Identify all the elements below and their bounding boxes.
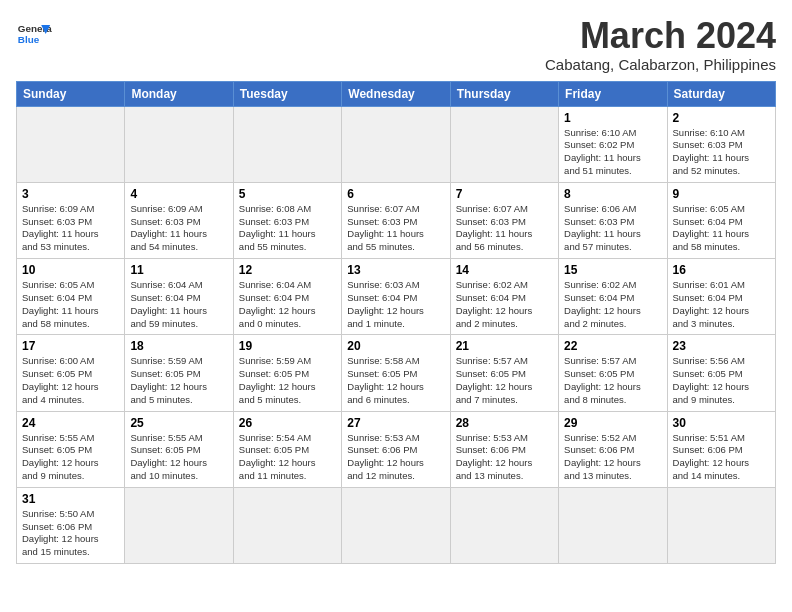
day-cell: 31Sunrise: 5:50 AM Sunset: 6:06 PM Dayli… [17, 487, 125, 563]
day-cell: 25Sunrise: 5:55 AM Sunset: 6:05 PM Dayli… [125, 411, 233, 487]
day-info: Sunrise: 5:50 AM Sunset: 6:06 PM Dayligh… [22, 508, 119, 559]
day-cell: 10Sunrise: 6:05 AM Sunset: 6:04 PM Dayli… [17, 259, 125, 335]
title-block: March 2024 Cabatang, Calabarzon, Philipp… [545, 16, 776, 73]
day-cell: 18Sunrise: 5:59 AM Sunset: 6:05 PM Dayli… [125, 335, 233, 411]
day-number: 23 [673, 339, 770, 353]
day-cell [342, 106, 450, 182]
day-number: 10 [22, 263, 119, 277]
day-info: Sunrise: 5:59 AM Sunset: 6:05 PM Dayligh… [130, 355, 227, 406]
day-number: 15 [564, 263, 661, 277]
week-row-0: 1Sunrise: 6:10 AM Sunset: 6:02 PM Daylig… [17, 106, 776, 182]
day-number: 4 [130, 187, 227, 201]
day-info: Sunrise: 6:10 AM Sunset: 6:02 PM Dayligh… [564, 127, 661, 178]
day-info: Sunrise: 6:02 AM Sunset: 6:04 PM Dayligh… [564, 279, 661, 330]
day-number: 24 [22, 416, 119, 430]
day-info: Sunrise: 5:59 AM Sunset: 6:05 PM Dayligh… [239, 355, 336, 406]
day-cell: 1Sunrise: 6:10 AM Sunset: 6:02 PM Daylig… [559, 106, 667, 182]
header-row: SundayMondayTuesdayWednesdayThursdayFrid… [17, 81, 776, 106]
day-number: 1 [564, 111, 661, 125]
day-cell: 17Sunrise: 6:00 AM Sunset: 6:05 PM Dayli… [17, 335, 125, 411]
day-info: Sunrise: 6:04 AM Sunset: 6:04 PM Dayligh… [130, 279, 227, 330]
day-info: Sunrise: 5:57 AM Sunset: 6:05 PM Dayligh… [456, 355, 553, 406]
day-number: 28 [456, 416, 553, 430]
day-cell: 19Sunrise: 5:59 AM Sunset: 6:05 PM Dayli… [233, 335, 341, 411]
day-info: Sunrise: 5:51 AM Sunset: 6:06 PM Dayligh… [673, 432, 770, 483]
day-cell: 2Sunrise: 6:10 AM Sunset: 6:03 PM Daylig… [667, 106, 775, 182]
day-cell: 30Sunrise: 5:51 AM Sunset: 6:06 PM Dayli… [667, 411, 775, 487]
day-cell: 14Sunrise: 6:02 AM Sunset: 6:04 PM Dayli… [450, 259, 558, 335]
header-day-thursday: Thursday [450, 81, 558, 106]
day-cell [450, 487, 558, 563]
day-cell: 16Sunrise: 6:01 AM Sunset: 6:04 PM Dayli… [667, 259, 775, 335]
day-number: 30 [673, 416, 770, 430]
day-cell [233, 106, 341, 182]
day-info: Sunrise: 6:05 AM Sunset: 6:04 PM Dayligh… [22, 279, 119, 330]
day-number: 19 [239, 339, 336, 353]
week-row-3: 17Sunrise: 6:00 AM Sunset: 6:05 PM Dayli… [17, 335, 776, 411]
header: General Blue March 2024 Cabatang, Calaba… [16, 16, 776, 73]
day-info: Sunrise: 6:09 AM Sunset: 6:03 PM Dayligh… [130, 203, 227, 254]
day-info: Sunrise: 5:58 AM Sunset: 6:05 PM Dayligh… [347, 355, 444, 406]
day-number: 27 [347, 416, 444, 430]
day-cell [233, 487, 341, 563]
day-cell: 13Sunrise: 6:03 AM Sunset: 6:04 PM Dayli… [342, 259, 450, 335]
week-row-2: 10Sunrise: 6:05 AM Sunset: 6:04 PM Dayli… [17, 259, 776, 335]
day-cell: 20Sunrise: 5:58 AM Sunset: 6:05 PM Dayli… [342, 335, 450, 411]
calendar-subtitle: Cabatang, Calabarzon, Philippines [545, 56, 776, 73]
day-cell: 26Sunrise: 5:54 AM Sunset: 6:05 PM Dayli… [233, 411, 341, 487]
day-number: 5 [239, 187, 336, 201]
logo: General Blue [16, 16, 52, 52]
day-number: 11 [130, 263, 227, 277]
day-cell: 15Sunrise: 6:02 AM Sunset: 6:04 PM Dayli… [559, 259, 667, 335]
header-day-monday: Monday [125, 81, 233, 106]
day-cell: 5Sunrise: 6:08 AM Sunset: 6:03 PM Daylig… [233, 182, 341, 258]
calendar-title: March 2024 [545, 16, 776, 56]
day-cell: 29Sunrise: 5:52 AM Sunset: 6:06 PM Dayli… [559, 411, 667, 487]
header-day-sunday: Sunday [17, 81, 125, 106]
day-number: 6 [347, 187, 444, 201]
day-info: Sunrise: 6:03 AM Sunset: 6:04 PM Dayligh… [347, 279, 444, 330]
day-cell: 27Sunrise: 5:53 AM Sunset: 6:06 PM Dayli… [342, 411, 450, 487]
day-info: Sunrise: 5:53 AM Sunset: 6:06 PM Dayligh… [347, 432, 444, 483]
day-number: 26 [239, 416, 336, 430]
day-number: 12 [239, 263, 336, 277]
week-row-5: 31Sunrise: 5:50 AM Sunset: 6:06 PM Dayli… [17, 487, 776, 563]
day-info: Sunrise: 6:01 AM Sunset: 6:04 PM Dayligh… [673, 279, 770, 330]
day-cell [125, 487, 233, 563]
day-info: Sunrise: 5:55 AM Sunset: 6:05 PM Dayligh… [130, 432, 227, 483]
day-info: Sunrise: 6:07 AM Sunset: 6:03 PM Dayligh… [347, 203, 444, 254]
header-day-saturday: Saturday [667, 81, 775, 106]
day-cell: 9Sunrise: 6:05 AM Sunset: 6:04 PM Daylig… [667, 182, 775, 258]
day-cell: 4Sunrise: 6:09 AM Sunset: 6:03 PM Daylig… [125, 182, 233, 258]
week-row-4: 24Sunrise: 5:55 AM Sunset: 6:05 PM Dayli… [17, 411, 776, 487]
calendar-table: SundayMondayTuesdayWednesdayThursdayFrid… [16, 81, 776, 565]
day-number: 21 [456, 339, 553, 353]
day-cell: 6Sunrise: 6:07 AM Sunset: 6:03 PM Daylig… [342, 182, 450, 258]
day-info: Sunrise: 6:02 AM Sunset: 6:04 PM Dayligh… [456, 279, 553, 330]
calendar-header: SundayMondayTuesdayWednesdayThursdayFrid… [17, 81, 776, 106]
day-info: Sunrise: 6:08 AM Sunset: 6:03 PM Dayligh… [239, 203, 336, 254]
day-number: 20 [347, 339, 444, 353]
day-number: 29 [564, 416, 661, 430]
day-number: 14 [456, 263, 553, 277]
day-cell: 12Sunrise: 6:04 AM Sunset: 6:04 PM Dayli… [233, 259, 341, 335]
day-cell [450, 106, 558, 182]
day-cell: 24Sunrise: 5:55 AM Sunset: 6:05 PM Dayli… [17, 411, 125, 487]
header-day-wednesday: Wednesday [342, 81, 450, 106]
day-number: 13 [347, 263, 444, 277]
day-info: Sunrise: 6:09 AM Sunset: 6:03 PM Dayligh… [22, 203, 119, 254]
day-number: 31 [22, 492, 119, 506]
day-number: 22 [564, 339, 661, 353]
day-info: Sunrise: 6:05 AM Sunset: 6:04 PM Dayligh… [673, 203, 770, 254]
day-cell: 21Sunrise: 5:57 AM Sunset: 6:05 PM Dayli… [450, 335, 558, 411]
day-info: Sunrise: 6:04 AM Sunset: 6:04 PM Dayligh… [239, 279, 336, 330]
day-number: 7 [456, 187, 553, 201]
header-day-tuesday: Tuesday [233, 81, 341, 106]
day-cell: 23Sunrise: 5:56 AM Sunset: 6:05 PM Dayli… [667, 335, 775, 411]
day-info: Sunrise: 5:57 AM Sunset: 6:05 PM Dayligh… [564, 355, 661, 406]
day-info: Sunrise: 5:52 AM Sunset: 6:06 PM Dayligh… [564, 432, 661, 483]
day-cell: 11Sunrise: 6:04 AM Sunset: 6:04 PM Dayli… [125, 259, 233, 335]
day-info: Sunrise: 6:06 AM Sunset: 6:03 PM Dayligh… [564, 203, 661, 254]
day-cell [559, 487, 667, 563]
day-number: 2 [673, 111, 770, 125]
